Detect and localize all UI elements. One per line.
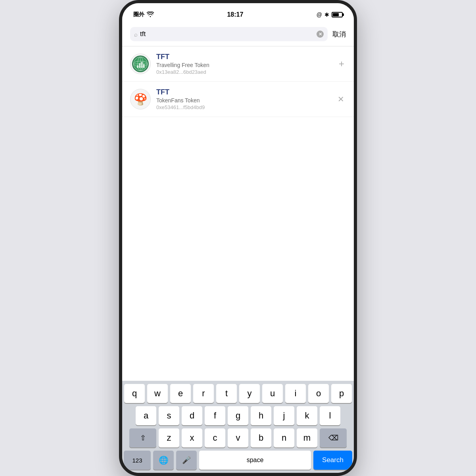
token-info-1: TFT Travelling Free Token 0x13ea82...6bd…: [156, 53, 332, 75]
content-area: TFT Travelling Free Token 0x13ea82...6bd…: [122, 46, 354, 381]
numbers-key[interactable]: 123: [124, 451, 151, 470]
token-logo-1: [130, 54, 151, 74]
svg-rect-8: [139, 63, 141, 68]
status-right: @ ✱: [317, 12, 343, 18]
mic-key[interactable]: 🎤: [176, 451, 197, 470]
space-key[interactable]: space: [199, 451, 311, 470]
token-symbol-2: TFT: [156, 88, 330, 96]
key-t[interactable]: t: [216, 384, 237, 403]
delete-key[interactable]: ⌫: [320, 428, 347, 447]
token-address-1: 0x13ea82...6bd23aed: [156, 69, 332, 75]
clear-button[interactable]: ✕: [317, 31, 324, 38]
token-logo-2: 🍄: [130, 89, 151, 109]
keyboard-row-2: a s d f g h j k l: [124, 406, 352, 425]
list-item: 🍄 TFT TokenFans Token 0xe53461...f5bd4bd…: [122, 82, 354, 117]
bluetooth-icon: ✱: [324, 12, 329, 18]
svg-rect-9: [141, 62, 143, 68]
key-x[interactable]: x: [182, 428, 202, 447]
key-d[interactable]: d: [182, 406, 202, 425]
svg-rect-10: [143, 64, 145, 68]
search-input[interactable]: [140, 30, 314, 38]
key-j[interactable]: j: [274, 406, 294, 425]
battery-icon: [332, 12, 343, 17]
key-b[interactable]: b: [251, 428, 271, 447]
search-icon: ⌕: [134, 31, 138, 38]
key-i[interactable]: i: [285, 384, 306, 403]
key-h[interactable]: h: [251, 406, 271, 425]
token-info-2: TFT TokenFans Token 0xe53461...f5bd4bd9: [156, 88, 330, 110]
remove-token-button-2[interactable]: ✕: [336, 93, 346, 106]
key-e[interactable]: e: [170, 384, 191, 403]
list-item: TFT Travelling Free Token 0x13ea82...6bd…: [122, 46, 354, 82]
time-display: 18:17: [227, 11, 243, 18]
key-o[interactable]: o: [308, 384, 329, 403]
key-a[interactable]: a: [136, 406, 156, 425]
carrier-label: 圈外: [133, 11, 144, 18]
search-input-wrap[interactable]: ⌕ ✕: [130, 27, 328, 41]
token-symbol-1: TFT: [156, 53, 332, 61]
search-button[interactable]: Search: [313, 451, 352, 470]
add-token-button-1[interactable]: +: [337, 57, 346, 71]
token-name-2: TokenFans Token: [156, 97, 330, 104]
key-c[interactable]: c: [205, 428, 225, 447]
token-name-1: Travelling Free Token: [156, 62, 332, 68]
globe-key[interactable]: 🌐: [153, 451, 174, 470]
key-z[interactable]: z: [159, 428, 179, 447]
key-v[interactable]: v: [228, 428, 248, 447]
key-n[interactable]: n: [274, 428, 294, 447]
key-k[interactable]: k: [297, 406, 317, 425]
status-bar: 圈外 18:17 @ ✱: [122, 3, 354, 24]
key-g[interactable]: g: [228, 406, 248, 425]
svg-rect-7: [137, 65, 138, 68]
key-s[interactable]: s: [159, 406, 179, 425]
shift-key[interactable]: ⇧: [129, 428, 156, 447]
cancel-button[interactable]: 取消: [332, 30, 346, 39]
wifi-icon: [147, 12, 154, 18]
phone-frame: 圈外 18:17 @ ✱ ⌕ ✕: [119, 0, 357, 476]
keyboard-row-1: q w e r t y u i o p: [124, 384, 352, 403]
key-w[interactable]: w: [147, 384, 168, 403]
key-r[interactable]: r: [193, 384, 214, 403]
at-icon: @: [317, 12, 322, 18]
key-q[interactable]: q: [124, 384, 145, 403]
token-address-2: 0xe53461...f5bd4bd9: [156, 104, 330, 110]
key-m[interactable]: m: [297, 428, 317, 447]
keyboard: q w e r t y u i o p a s d f g h j k l ⇧ …: [122, 381, 354, 473]
key-y[interactable]: y: [239, 384, 260, 403]
keyboard-row-4: 123 🌐 🎤 space Search: [124, 451, 352, 470]
keyboard-row-3: ⇧ z x c v b n m ⌫: [124, 428, 352, 447]
key-f[interactable]: f: [205, 406, 225, 425]
key-u[interactable]: u: [262, 384, 283, 403]
mushroom-icon: 🍄: [134, 93, 148, 106]
key-l[interactable]: l: [320, 406, 340, 425]
search-bar: ⌕ ✕ 取消: [122, 24, 354, 46]
status-left: 圈外: [133, 11, 154, 18]
key-p[interactable]: p: [331, 384, 352, 403]
